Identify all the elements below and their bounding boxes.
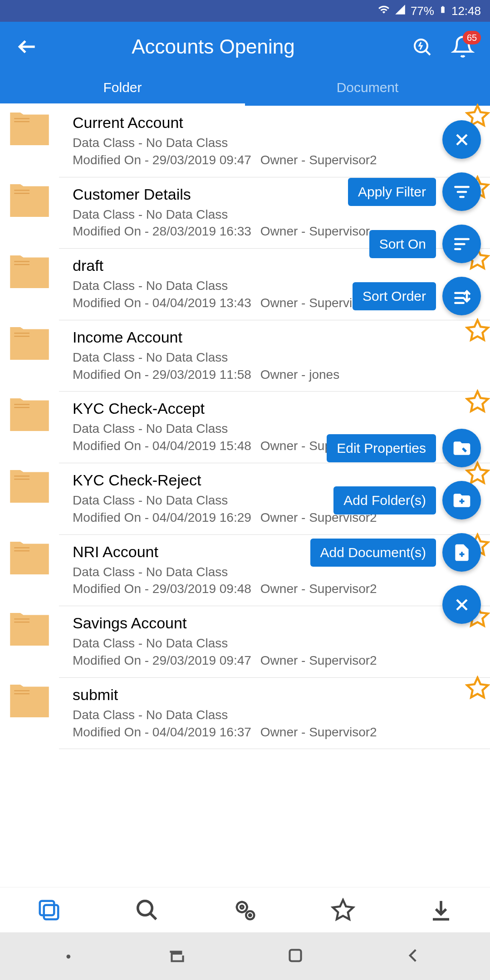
nav-favorites[interactable]: [294, 887, 392, 932]
item-modified: Modified On - 29/03/2019 09:47: [73, 652, 251, 669]
folder-icon: [9, 183, 50, 219]
nav-settings[interactable]: [196, 887, 294, 932]
edit-properties-button[interactable]: Edit Properties: [327, 434, 436, 462]
add-folder-icon[interactable]: [442, 481, 481, 519]
star-icon[interactable]: [465, 676, 490, 701]
item-owner: Owner - Supervisor2: [260, 652, 377, 669]
item-dataclass: Data Class - No Data Class: [73, 349, 476, 366]
item-modified: Modified On - 04/04/2019 15:48: [73, 437, 251, 455]
nav-download[interactable]: [392, 887, 490, 932]
battery-icon: [439, 4, 447, 19]
page-title: Accounts Opening: [32, 35, 395, 58]
battery-text: 77%: [411, 4, 434, 18]
apply-filter-button[interactable]: Apply Filter: [348, 178, 436, 206]
tab-bar: Folder Document: [0, 72, 490, 106]
clock-text: 12:48: [451, 4, 481, 18]
dot-icon: ●: [66, 951, 71, 961]
sort-order-button[interactable]: Sort Order: [353, 282, 436, 310]
star-icon[interactable]: [465, 389, 490, 414]
status-bar: 77% 12:48: [0, 0, 490, 22]
folder-icon: [9, 254, 50, 290]
edit-folder-icon[interactable]: [442, 429, 481, 467]
item-title: KYC Check-Accept: [73, 400, 476, 417]
home-button[interactable]: [284, 944, 307, 969]
system-nav: ●: [0, 932, 490, 980]
fab-close-top[interactable]: [442, 120, 481, 159]
wifi-icon: [378, 4, 390, 19]
item-title: submit: [73, 686, 476, 704]
quick-action-button[interactable]: [408, 33, 436, 60]
svg-rect-8: [289, 950, 301, 961]
item-dataclass: Data Class - No Data Class: [73, 706, 476, 724]
nav-search[interactable]: [98, 887, 196, 932]
folder-icon: [9, 326, 50, 362]
add-document-icon[interactable]: [442, 533, 481, 572]
item-owner: Owner - Supervisor2: [260, 724, 377, 741]
item-modified: Modified On - 04/04/2019 13:43: [73, 294, 251, 312]
fab-menu-top: Apply Filter Sort On Sort Order: [348, 120, 481, 315]
item-modified: Modified On - 28/03/2019 16:33: [73, 223, 251, 240]
folder-icon: [9, 397, 50, 433]
item-modified: Modified On - 29/03/2019 11:58: [73, 366, 251, 383]
sort-order-icon[interactable]: [442, 277, 481, 315]
tab-folder[interactable]: Folder: [0, 72, 245, 106]
filter-icon[interactable]: [442, 172, 481, 211]
folder-icon: [9, 540, 50, 577]
folder-icon: [9, 469, 50, 505]
item-modified: Modified On - 04/04/2019 16:37: [73, 724, 251, 741]
item-owner: Owner - jones: [260, 366, 339, 383]
list-item[interactable]: submit Data Class - No Data Class Modifi…: [59, 678, 490, 750]
folder-icon: [9, 612, 50, 648]
bottom-nav: [0, 887, 490, 932]
fab-close-bottom[interactable]: [442, 585, 481, 624]
nav-folders[interactable]: [0, 887, 98, 932]
item-dataclass: Data Class - No Data Class: [73, 635, 476, 652]
item-modified: Modified On - 29/03/2019 09:48: [73, 580, 251, 598]
list-item[interactable]: Income Account Data Class - No Data Clas…: [59, 320, 490, 392]
folder-icon: [9, 111, 50, 147]
app-bar: Accounts Opening 65 Folder Document: [0, 22, 490, 106]
sort-icon[interactable]: [442, 225, 481, 263]
recents-button[interactable]: [166, 944, 189, 969]
fab-menu-bottom: Edit Properties Add Folder(s) Add Docume…: [310, 429, 481, 624]
svg-rect-2: [44, 905, 59, 919]
folder-icon: [9, 683, 50, 720]
notification-badge: 65: [463, 31, 481, 44]
sys-back-button[interactable]: [402, 944, 424, 969]
item-modified: Modified On - 04/04/2019 16:29: [73, 509, 251, 526]
add-documents-button[interactable]: Add Document(s): [310, 539, 436, 567]
svg-rect-1: [40, 901, 54, 915]
tab-document[interactable]: Document: [245, 72, 490, 106]
signal-icon: [394, 4, 406, 19]
item-modified: Modified On - 29/03/2019 09:47: [73, 152, 251, 169]
svg-point-5: [240, 905, 244, 908]
add-folders-button[interactable]: Add Folder(s): [333, 486, 436, 514]
item-title: Income Account: [73, 328, 476, 346]
svg-point-7: [249, 914, 251, 916]
svg-point-3: [138, 901, 152, 915]
sort-on-button[interactable]: Sort On: [369, 230, 436, 258]
notification-button[interactable]: 65: [449, 33, 476, 60]
star-icon[interactable]: [465, 318, 490, 343]
